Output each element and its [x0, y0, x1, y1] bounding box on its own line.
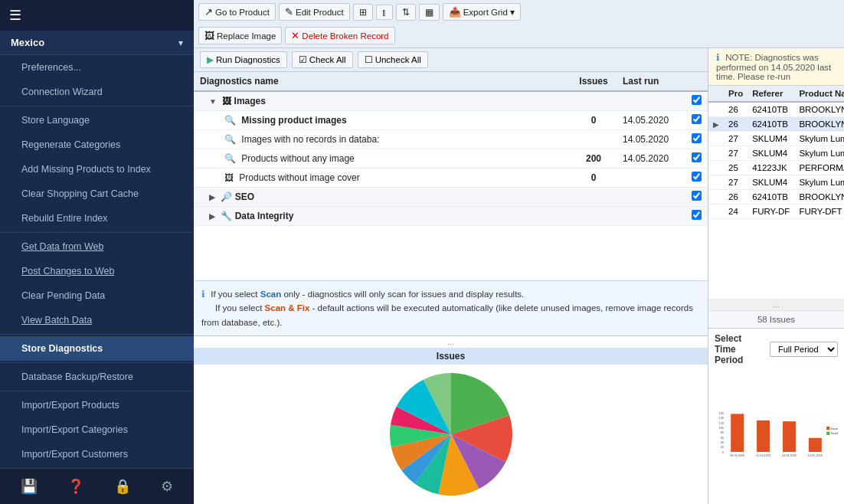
replace-image-button[interactable]: 🖼 Replace Image: [198, 27, 282, 44]
toolbar-icon-3[interactable]: ⇅: [396, 4, 416, 21]
sidebar-item-get-data[interactable]: Get Data from Web: [0, 234, 194, 259]
sidebar-item-import-products[interactable]: Import/Export Products: [0, 393, 194, 417]
sidebar-footer: 💾 ❓ 🔒 ⚙: [0, 468, 194, 504]
no-image-checkbox[interactable]: [692, 152, 702, 162]
no-cover-checkbox[interactable]: [692, 172, 702, 182]
row-arrow: [708, 132, 724, 146]
sort-icon: ⇅: [402, 7, 410, 18]
edit-product-button[interactable]: ✎ Edit Product: [279, 3, 350, 21]
toolbar-icon-1[interactable]: ⊞: [353, 4, 373, 21]
sidebar-item-view-batch[interactable]: View Batch Data: [0, 308, 194, 332]
table-row[interactable]: 24 FURY-DF FURY-DFT Dual 75 FURY-DFT Dua…: [708, 205, 844, 219]
diag-toolbar: ▶ Run Diagnostics ☑ Check All ☐ Uncheck …: [194, 48, 708, 72]
sidebar-header: ☰: [0, 0, 194, 31]
group-seo[interactable]: ▶ 🔎 SEO: [194, 188, 708, 207]
go-to-product-button[interactable]: ↗ Go to Product: [198, 3, 276, 21]
filter-icon: ▦: [425, 7, 433, 18]
sidebar-item-store-diagnostics[interactable]: Store Diagnostics: [0, 336, 194, 361]
missing-images-checkbox[interactable]: [692, 114, 702, 124]
svg-text:14.05.2020: 14.05.2020: [808, 454, 823, 457]
right-panel: ℹ NOTE: Diagnostics was performed on 14.…: [708, 48, 844, 504]
settings-icon[interactable]: ⚙: [155, 475, 179, 498]
sidebar-item-db-backup[interactable]: Database Backup/Restore: [0, 365, 194, 389]
diag-item-no-image[interactable]: 🔍 Products without any image 200 14.05.2…: [194, 149, 708, 169]
time-period-select[interactable]: Full Period Last Month Last Week: [770, 342, 838, 357]
seo-checkbox[interactable]: [692, 191, 702, 201]
sidebar-item-add-missing[interactable]: Add Missing Products to Index: [0, 157, 194, 182]
sidebar-item-connection-wizard[interactable]: Connection Wizard: [0, 80, 194, 104]
sidebar: ☰ Mexico ▾ Preferences... Connection Wiz…: [0, 0, 194, 504]
export-grid-button[interactable]: 📤 Export Grid ▾: [443, 3, 521, 21]
sidebar-item-rebuild-index[interactable]: Rebuild Entire Index: [0, 206, 194, 231]
row-arrow: [708, 175, 724, 190]
cell-referer: FURY-DF: [747, 205, 794, 219]
cell-product-name: FURY-DFT Dual: [794, 205, 844, 219]
delete-broken-button[interactable]: ✕ Delete Broken Record: [285, 27, 394, 44]
uncheck-all-icon: ☐: [365, 54, 373, 65]
table-row[interactable]: ▶ 26 62410TB BROOKLYN 100 BROOKLYN img/p…: [708, 117, 844, 132]
chart-title: Issues: [194, 348, 708, 365]
svg-text:140: 140: [719, 417, 724, 420]
sidebar-item-import-customers[interactable]: Import/Export Customers: [0, 442, 194, 466]
run-diagnostics-button[interactable]: ▶ Run Diagnostics: [200, 51, 287, 68]
legend-issues-label: Issues: [831, 427, 838, 430]
check-all-button[interactable]: ☑ Check All: [292, 51, 353, 68]
svg-text:40: 40: [721, 441, 724, 444]
sidebar-item-import-categories[interactable]: Import/Export Categories: [0, 417, 194, 442]
sidebar-item-post-changes[interactable]: Post Changes to Web: [0, 259, 194, 283]
sidebar-item-clear-cart[interactable]: Clear Shopping Cart Cache: [0, 182, 194, 206]
cell-pro: 27: [724, 132, 747, 146]
issues-footer: 58 Issues: [708, 310, 844, 328]
sidebar-item-preferences[interactable]: Preferences...: [0, 55, 194, 80]
table-row[interactable]: 27 SKLUM4 Skylum Luminar 4 115 Skylum Lu…: [708, 175, 844, 190]
sidebar-item-clear-pending[interactable]: Clear Pending Data: [0, 283, 194, 308]
prod-table: Pro Referer Product Name Ima Image Title…: [708, 86, 844, 219]
cell-referer: 62410TB: [747, 117, 794, 132]
sidebar-item-regen-categories[interactable]: Regenerate Categories: [0, 133, 194, 157]
store-name: Mexico: [11, 37, 44, 48]
svg-text:20: 20: [721, 446, 724, 449]
row-arrow: ▶: [708, 117, 724, 132]
legend-issues-swatch: [826, 427, 829, 430]
diag-item-no-cover[interactable]: 🖼 Products without image cover 0: [194, 169, 708, 188]
group-images[interactable]: ▼ 🖼 Images: [194, 91, 708, 111]
svg-text:160: 160: [719, 412, 724, 415]
prod-table-wrap[interactable]: Pro Referer Product Name Ima Image Title…: [708, 86, 844, 299]
store-selector[interactable]: Mexico ▾: [0, 31, 194, 55]
table-row[interactable]: 25 41223JK PERFORMANCE 89 Military Green…: [708, 161, 844, 175]
cell-pro: 24: [724, 205, 747, 219]
row-arrow: [708, 205, 724, 219]
diag-item-icon-2: 🔍: [224, 134, 236, 145]
images-checkbox[interactable]: [692, 95, 702, 105]
diag-item-no-records[interactable]: 🔍 Images with no records in databa: 14.0…: [194, 130, 708, 149]
table-row[interactable]: 26 62410TB BROOKLYN 101 BROOKLYN img/p/1…: [708, 190, 844, 205]
note-bar: ℹ NOTE: Diagnostics was performed on 14.…: [708, 48, 844, 86]
help-icon[interactable]: ❓: [61, 475, 90, 498]
diag-item-icon-4: 🖼: [224, 172, 234, 183]
diag-item-missing-images[interactable]: 🔍 Missing product images 0 14.05.2020: [194, 111, 708, 130]
cell-product-name: BROOKLYN: [794, 190, 844, 205]
sidebar-item-store-language[interactable]: Store Language: [0, 108, 194, 133]
uncheck-all-button[interactable]: ☐ Uncheck All: [358, 51, 428, 68]
time-chart-area: Select Time Period Full Period Last Mont…: [708, 328, 844, 504]
no-records-checkbox[interactable]: [692, 133, 702, 143]
issues-count-2: [571, 130, 617, 149]
bar-4: [809, 438, 822, 452]
expand-icon: ▼: [209, 97, 217, 106]
lock-icon[interactable]: 🔒: [108, 475, 137, 498]
play-icon: ▶: [207, 54, 214, 65]
cell-pro: 26: [724, 102, 747, 117]
toolbar-icon-2[interactable]: ⫿: [376, 5, 393, 20]
diag-item-icon: 🔍: [224, 115, 236, 126]
save-icon[interactable]: 💾: [15, 475, 44, 498]
integrity-checkbox[interactable]: [692, 210, 702, 220]
toolbar-icon-4[interactable]: ▦: [419, 4, 440, 21]
table-row[interactable]: 27 SKLUM4 Skylum Luminar 4 112 Skylum Lu…: [708, 146, 844, 161]
row-arrow: [708, 146, 724, 161]
table-row[interactable]: 27 SKLUM4 Skylum Luminar 4 113 Skylum Lu…: [708, 132, 844, 146]
info-icon: ℹ: [201, 290, 205, 299]
svg-text:15.04.2020: 15.04.2020: [756, 454, 770, 457]
menu-icon[interactable]: ☰: [9, 7, 21, 24]
table-row[interactable]: 26 62410TB BROOKLYN 108 BROOKLYN img/p/1…: [708, 102, 844, 117]
group-data-integrity[interactable]: ▶ 🔧 Data Integrity: [194, 207, 708, 226]
